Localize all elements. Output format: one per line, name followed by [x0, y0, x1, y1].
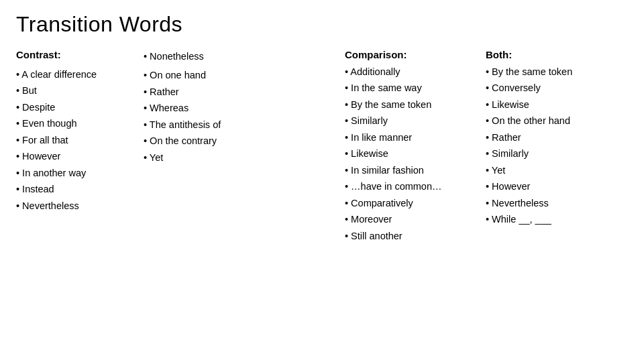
contrast-header: Contrast: — [16, 49, 61, 60]
page-title: Transition Words — [16, 12, 628, 37]
both-item: • On the other hand — [486, 113, 628, 128]
contrast-item: • On the contrary — [144, 133, 298, 148]
both-item: • Nevertheless — [486, 196, 628, 210]
contrast-item: • Whereas — [144, 101, 298, 115]
both-item: • Likewise — [486, 97, 628, 112]
contrast-section: Contrast: • A clear difference • But • D… — [16, 49, 345, 350]
contrast-item: • For all that — [16, 133, 137, 147]
comparison-item: • Still another — [345, 229, 486, 243]
both-item: • Conversely — [486, 80, 628, 95]
comparison-section: Comparison: • Additionally • In the same… — [345, 49, 486, 350]
contrast-col1: Contrast: • A clear difference • But • D… — [16, 49, 144, 350]
contrast-header-row: Contrast: — [16, 49, 137, 63]
comparison-item: • In the same way — [345, 80, 486, 95]
contrast-item: • The antithesis of — [144, 117, 298, 132]
contrast-item: • Instead — [16, 182, 137, 196]
right-section: Comparison: • Additionally • In the same… — [345, 49, 628, 350]
comparison-header: Comparison: — [345, 49, 486, 60]
comparison-item: • By the same token — [345, 97, 486, 112]
comparison-item: • …have in common… — [345, 179, 486, 194]
both-item: • Similarly — [486, 146, 628, 161]
both-section: Both: • By the same token • Conversely •… — [486, 49, 628, 350]
comparison-item: • Additionally — [345, 64, 486, 79]
both-item: • By the same token — [486, 64, 628, 79]
content-row: Contrast: • A clear difference • But • D… — [16, 49, 628, 350]
comparison-item: • Moreover — [345, 212, 486, 227]
contrast-item: • Rather — [144, 84, 298, 99]
page: Transition Words Contrast: • A clear dif… — [0, 0, 644, 362]
both-item: • Yet — [486, 163, 628, 178]
contrast-col2-header: • Nonetheless — [144, 49, 298, 64]
contrast-item: • Despite — [16, 100, 137, 115]
both-item: • While __, ___ — [486, 212, 628, 227]
both-item: • Rather — [486, 130, 628, 145]
comparison-item: • In like manner — [345, 130, 486, 145]
contrast-item: • In another way — [16, 166, 137, 180]
contrast-item: • Nevertheless — [16, 198, 137, 213]
comparison-item: • Similarly — [345, 113, 486, 128]
comparison-item: • Comparatively — [345, 196, 486, 210]
contrast-item: • Yet — [144, 150, 298, 165]
comparison-item: • In similar fashion — [345, 163, 486, 178]
contrast-col2: • Nonetheless • On one hand • Rather • W… — [144, 49, 298, 350]
comparison-item: • Likewise — [345, 146, 486, 161]
contrast-item: • A clear difference — [16, 67, 137, 82]
contrast-item: • On one hand — [144, 68, 298, 82]
contrast-item: • But — [16, 83, 137, 98]
both-header: Both: — [486, 49, 628, 60]
contrast-item: • Even though — [16, 116, 137, 131]
both-item: • However — [486, 179, 628, 194]
contrast-item: • However — [16, 149, 137, 164]
